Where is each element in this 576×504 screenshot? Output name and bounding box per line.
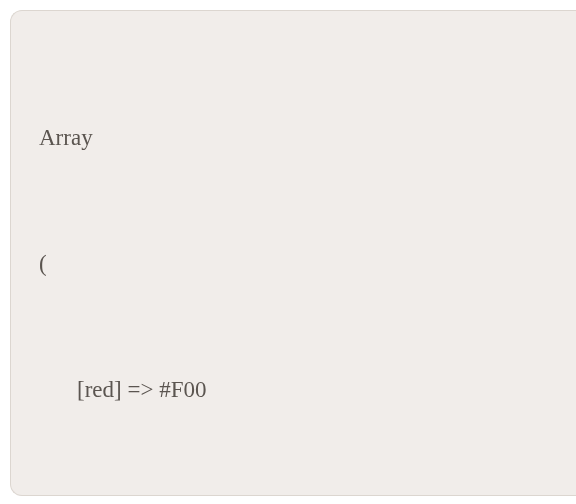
array-entry-key: red [85, 377, 114, 402]
array-dump-block: Array ( [red] => #F00 [green] => #0F0 [b… [39, 33, 576, 496]
array-dump-line: [green] => #0F0 [39, 495, 576, 496]
array-entry-value: #F00 [159, 377, 206, 402]
array-dump-line: [red] => #F00 [39, 369, 576, 411]
array-dump-header: Array [39, 117, 576, 159]
output-panel: Array ( [red] => #F00 [green] => #0F0 [b… [10, 10, 576, 496]
array-dump-open: ( [39, 243, 576, 285]
